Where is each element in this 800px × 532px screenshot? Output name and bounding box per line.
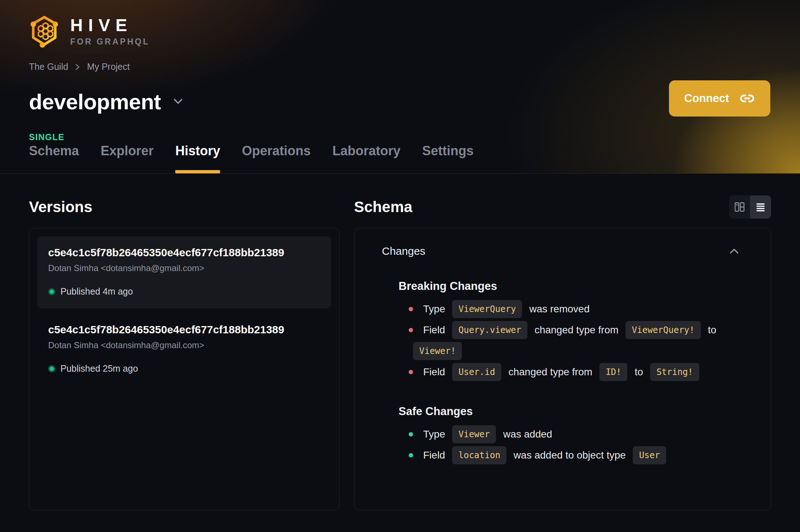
tab-explorer[interactable]: Explorer: [101, 144, 153, 173]
change-item: Type ViewerQuery was removed: [399, 299, 740, 320]
connect-button-label: Connect: [684, 92, 729, 105]
change-item: Field location was added to object type …: [399, 445, 740, 466]
change-text: to: [635, 366, 643, 377]
breadcrumb-project[interactable]: My Project: [87, 62, 130, 72]
version-card[interactable]: c5e4c1c5f78b26465350e4ecf677cf188bb21389…: [37, 236, 331, 308]
brand-tagline: FOR GRAPHQL: [70, 37, 150, 47]
target-mode-badge: SINGLE: [29, 132, 771, 142]
code-token: ID!: [599, 363, 627, 381]
columns-view-icon: [734, 201, 745, 213]
brand-name: HIVE: [70, 17, 150, 34]
version-hash: c5e4c1c5f78b26465350e4ecf677cf188bb21389: [48, 324, 320, 336]
change-text: Type: [423, 428, 445, 440]
change-text: was added: [503, 428, 552, 440]
change-item: Type Viewer was added: [399, 424, 740, 445]
collapse-changes-button[interactable]: [728, 246, 740, 256]
chevron-up-icon: [728, 246, 740, 256]
change-list: Type Viewer was added Field location was…: [399, 424, 740, 466]
change-section-breaking: Breaking ChangesType ViewerQuery was rem…: [399, 280, 740, 383]
green-dot-icon: [48, 288, 55, 295]
bullet-icon: [409, 432, 413, 436]
breadcrumb-org[interactable]: The Guild: [29, 62, 68, 72]
tab-schema[interactable]: Schema: [29, 144, 79, 173]
version-status: Published 25m ago: [48, 363, 320, 374]
logo-row: HIVE FOR GRAPHQL: [29, 0, 771, 48]
changes-panel: Changes Breaking ChangesType ViewerQuery…: [354, 228, 771, 510]
version-author: Dotan Simha <dotansimha@gmail.com>: [48, 340, 320, 350]
change-text: Field: [423, 324, 445, 335]
version-status-text: Published 25m ago: [60, 363, 138, 374]
code-token: Viewer: [452, 425, 496, 443]
main-content: Versions c5e4c1c5f78b26465350e4ecf677cf1…: [0, 174, 800, 510]
code-token: ViewerQuery: [452, 300, 522, 318]
view-toggle: [729, 195, 771, 219]
version-status: Published 4m ago: [48, 286, 320, 297]
tab-history[interactable]: History: [175, 144, 220, 173]
breadcrumb-separator-icon: [75, 63, 80, 71]
green-dot-icon: [48, 365, 55, 372]
bullet-icon: [409, 307, 413, 311]
tab-operations[interactable]: Operations: [242, 144, 311, 173]
changes-header[interactable]: Changes: [382, 245, 740, 257]
version-hash: c5e4c1c5f78b26465350e4ecf677cf188bb21389: [48, 246, 320, 259]
title-row[interactable]: development: [29, 76, 771, 128]
schema-column: Schema: [354, 195, 771, 510]
change-text: was removed: [529, 303, 590, 314]
bullet-icon: [409, 328, 413, 332]
version-card[interactable]: c5e4c1c5f78b26465350e4ecf677cf188bb21389…: [37, 313, 331, 385]
target-title: development: [29, 90, 161, 114]
code-token: Viewer!: [413, 342, 462, 360]
changes-title: Changes: [382, 245, 425, 257]
versions-column: Versions c5e4c1c5f78b26465350e4ecf677cf1…: [29, 195, 340, 510]
hive-logo-icon: [29, 14, 61, 48]
link-icon: [739, 90, 755, 106]
section-title: Safe Changes: [399, 405, 740, 418]
change-section-safe: Safe ChangesType Viewer was added Field …: [399, 405, 740, 466]
columns-view-button[interactable]: [729, 195, 750, 219]
list-view-icon: [755, 202, 766, 212]
chevron-down-icon: [172, 97, 184, 107]
code-token: Query.viewer: [452, 321, 527, 339]
tab-bar: SchemaExplorerHistoryOperationsLaborator…: [29, 144, 473, 173]
connect-button[interactable]: Connect: [669, 80, 770, 117]
change-text: Field: [423, 449, 445, 461]
hero-header: HIVE FOR GRAPHQL The Guild My Project de…: [0, 0, 800, 174]
section-title: Breaking Changes: [399, 280, 740, 293]
schema-heading: Schema: [354, 198, 412, 216]
change-text: to: [708, 324, 716, 335]
change-item: Field User.id changed type from ID! to S…: [399, 362, 740, 383]
change-list: Type ViewerQuery was removed Field Query…: [399, 299, 740, 383]
brand-text: HIVE FOR GRAPHQL: [70, 17, 150, 47]
change-text: changed type from: [535, 324, 619, 335]
change-text: was added to object type: [514, 449, 626, 461]
code-token: ViewerQuery!: [626, 321, 700, 339]
version-status-text: Published 4m ago: [60, 286, 133, 297]
versions-header: Versions: [29, 195, 340, 219]
change-item: Field Query.viewer changed type from Vie…: [399, 320, 740, 362]
bullet-icon: [409, 453, 413, 457]
list-view-button[interactable]: [750, 195, 771, 219]
breadcrumb: The Guild My Project: [29, 62, 771, 72]
code-token: User: [633, 446, 666, 464]
code-token: String!: [650, 363, 699, 381]
change-text: changed type from: [508, 366, 592, 377]
tab-laboratory[interactable]: Laboratory: [332, 144, 400, 173]
version-author: Dotan Simha <dotansimha@gmail.com>: [48, 263, 320, 273]
bullet-icon: [409, 370, 413, 374]
code-token: location: [452, 446, 506, 464]
code-token: User.id: [452, 363, 501, 381]
change-text: Field: [423, 366, 445, 377]
version-list: c5e4c1c5f78b26465350e4ecf677cf188bb21389…: [29, 228, 340, 510]
versions-heading: Versions: [29, 198, 92, 216]
change-text: Type: [423, 303, 445, 314]
changes-sections: Breaking ChangesType ViewerQuery was rem…: [382, 280, 740, 466]
tab-settings[interactable]: Settings: [422, 144, 473, 173]
schema-header: Schema: [354, 195, 771, 219]
